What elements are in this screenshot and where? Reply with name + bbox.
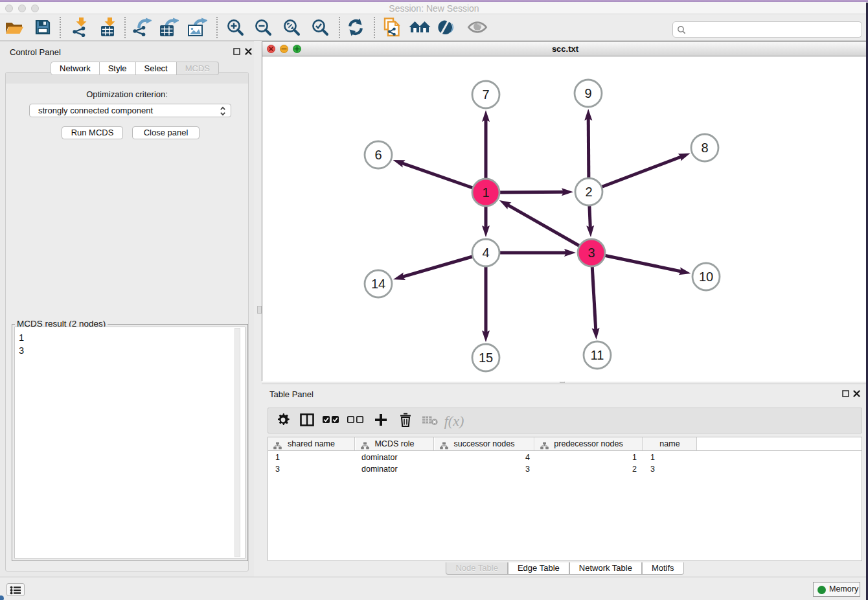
svg-text:7: 7 xyxy=(482,87,489,102)
svg-text:10: 10 xyxy=(699,270,713,284)
svg-text:15: 15 xyxy=(479,351,493,365)
svg-text:3: 3 xyxy=(588,246,595,260)
svg-text:1: 1 xyxy=(482,185,489,200)
svg-text:2: 2 xyxy=(585,185,592,199)
svg-text:9: 9 xyxy=(584,86,591,100)
svg-text:14: 14 xyxy=(371,277,385,291)
svg-text:8: 8 xyxy=(701,141,708,155)
svg-text:11: 11 xyxy=(591,348,604,362)
svg-text:6: 6 xyxy=(374,148,382,162)
svg-text:4: 4 xyxy=(482,246,489,260)
